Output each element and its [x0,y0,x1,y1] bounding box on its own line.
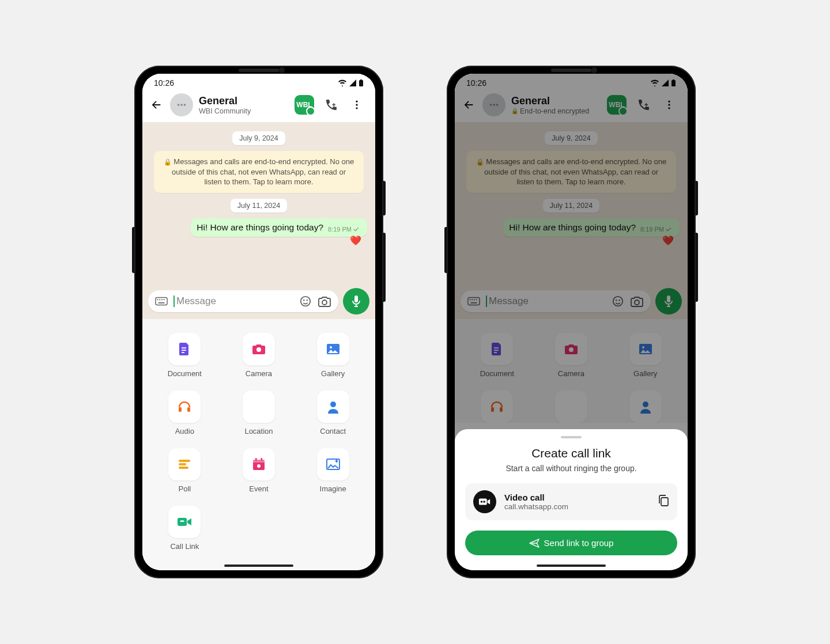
encryption-notice[interactable]: 🔒 Messages and calls are end-to-end encr… [154,151,364,193]
mic-button[interactable] [343,288,369,315]
svg-rect-58 [494,347,499,348]
group-avatar[interactable] [482,93,505,116]
attach-contact[interactable]: Contact [304,391,361,435]
attach-label: Contact [320,427,346,435]
svg-rect-10 [159,299,160,300]
svg-point-27 [256,403,261,407]
svg-rect-35 [261,458,262,461]
attach-tile [168,448,201,480]
send-link-button[interactable]: Send link to group [465,531,677,555]
attach-gallery[interactable]: Gallery [304,333,361,378]
message-text: Hi! How are things going today? [197,222,323,233]
chat-title-block[interactable]: General 🔒End-to-end encrypted [511,95,601,115]
svg-point-55 [619,300,620,301]
attach-tile [243,391,275,423]
date-separator: July 9, 2024 [545,131,597,145]
svg-rect-11 [161,299,163,300]
svg-rect-38 [178,518,187,526]
attach-call-link[interactable]: Call Link [156,506,213,551]
attach-tile [317,333,349,365]
home-indicator[interactable] [537,565,606,567]
attach-audio[interactable]: Audio [156,391,213,435]
attach-label: Gallery [321,369,345,378]
attach-label: Poll [178,484,191,493]
attach-location[interactable]: Location [231,391,288,435]
message-input[interactable]: Message [148,290,338,312]
chat-title-block[interactable]: General WBI Community [199,95,289,115]
attachment-panel: DocumentCameraGalleryAudioLocationContac… [142,319,375,570]
attach-imagine[interactable]: Imagine [304,448,361,493]
attach-label: Call Link [170,542,199,551]
keyboard-icon[interactable] [155,297,168,306]
svg-rect-57 [667,296,670,302]
message-input: Message [461,290,651,312]
group-avatar[interactable] [170,93,193,116]
sheet-subtitle: Start a call without ringing the group. [465,464,677,473]
home-indicator[interactable] [224,565,293,567]
attach-document[interactable]: Document [156,333,213,378]
attach-camera[interactable]: Camera [231,333,288,378]
svg-point-4 [184,104,186,106]
svg-point-43 [496,104,499,106]
svg-point-28 [330,401,336,407]
call-button[interactable] [636,98,652,112]
chat-body[interactable]: July 9, 2024 🔒 Messages and calls are en… [142,122,375,283]
svg-rect-65 [500,407,503,412]
attach-location: Location [543,391,600,423]
sheet-handle[interactable] [561,436,582,438]
more-button[interactable] [349,99,365,111]
message-text: Hi! How are things going today? [509,222,636,233]
back-button[interactable] [461,99,477,111]
attach-label: Imagine [320,484,346,493]
attach-event[interactable]: Event [231,448,288,493]
call-button[interactable] [323,98,339,112]
attach-label: Gallery [633,369,657,378]
camera-icon [630,295,644,308]
input-placeholder: Message [173,296,293,308]
svg-point-66 [569,403,573,407]
svg-point-63 [642,346,644,348]
svg-rect-18 [354,296,358,302]
svg-rect-8 [156,298,167,305]
back-button[interactable] [148,99,164,111]
svg-rect-12 [164,299,165,300]
svg-point-7 [356,107,357,109]
svg-point-46 [668,107,670,109]
svg-point-67 [643,401,648,407]
svg-point-5 [356,101,357,103]
copy-button[interactable] [658,494,669,509]
emoji-icon[interactable] [299,295,312,308]
svg-point-16 [307,300,308,301]
input-row: Message [142,283,375,319]
status-icons [338,79,364,87]
call-link-card[interactable]: Video call call.whatsapp.com [465,483,677,520]
attach-label: Document [480,369,514,378]
encryption-notice: 🔒 Messages and calls are end-to-end encr… [466,151,676,193]
heart-reaction-icon[interactable]: ❤️ [350,235,361,246]
date-separator: July 9, 2024 [232,131,285,145]
svg-point-15 [303,300,304,301]
attach-tile [555,391,587,423]
attachment-panel: DocumentCameraGalleryAudioLocationContac… [455,319,688,423]
svg-rect-13 [159,302,165,304]
chat-body: July 9, 2024 🔒 Messages and calls are en… [455,122,688,283]
phone-left: 10:26 General WBI Community WBL July 9, … [134,66,383,578]
svg-point-3 [180,104,183,106]
svg-rect-47 [468,298,480,305]
attach-tile [629,333,662,365]
attach-poll[interactable]: Poll [156,448,213,493]
status-bar: 10:26 [142,74,375,90]
wbi-badge: WBL [295,95,314,115]
camera-icon[interactable] [318,295,331,308]
svg-rect-78 [479,499,487,505]
svg-point-17 [322,300,327,305]
attach-label: Document [168,369,202,378]
message-time: 8:19 PM [328,226,361,233]
svg-point-14 [301,297,311,306]
message-outgoing[interactable]: Hi! How are things going today? 8:19 PM … [191,218,367,237]
wbi-badge: WBL [607,95,627,115]
more-button[interactable] [661,99,677,111]
svg-rect-26 [187,407,190,412]
svg-rect-40 [673,79,674,80]
mic-button [655,288,682,315]
